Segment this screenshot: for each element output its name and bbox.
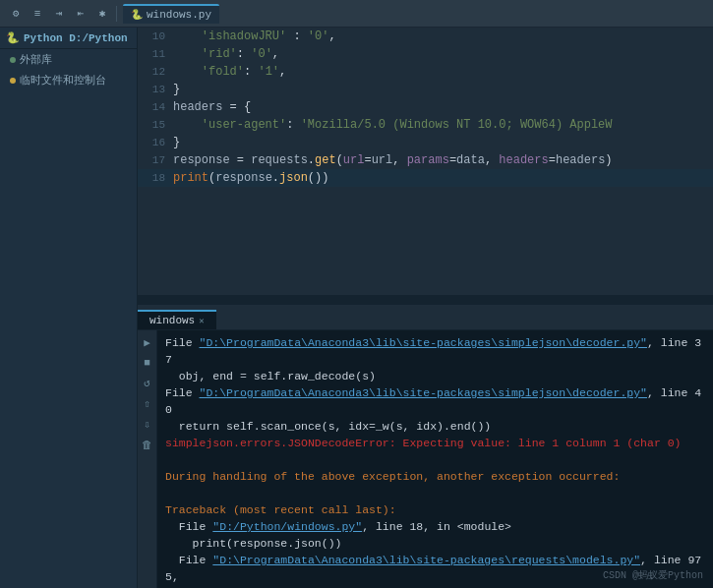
python-icon: 🐍 [6, 31, 20, 44]
code-line-12: 12 'fold': '1', [138, 63, 713, 81]
terminal-close-icon[interactable]: ✕ [199, 316, 204, 326]
code-line-11: 11 'rid': '0', [138, 45, 713, 63]
line-content-10[interactable]: 'ishadowJRU' : '0', [173, 28, 713, 45]
terminal-line-10: File "D:/Python/windows.py", line 18, in… [165, 518, 705, 535]
terminal-line-6 [165, 451, 705, 468]
terminal-line-3: File "D:\ProgramData\Anaconda3\lib\site-… [165, 384, 705, 418]
editor-scrollbar[interactable] [138, 295, 713, 303]
terminal-tab-label: windows [149, 315, 195, 326]
python-file-icon: 🐍 [131, 9, 143, 21]
line-num-10: 10 [138, 28, 173, 45]
terminal-toolbar: ▶ ■ ↺ ⇧ ⇩ 🗑 [138, 330, 157, 588]
traceback-link-4[interactable]: "D:\ProgramData\Anaconda3\lib\site-packa… [212, 554, 640, 566]
terminal-line-1: File "D:\ProgramData\Anaconda3\lib\site-… [165, 334, 705, 368]
terminal-line-9: Traceback (most recent call last): [165, 501, 705, 518]
code-line-13: 13 } [138, 81, 713, 98]
code-line-14: 14 headers = { [138, 98, 713, 116]
code-line-15: 15 'user-agent': 'Mozilla/5.0 (Windows N… [138, 116, 713, 134]
code-lines: 10 'ishadowJRU' : '0', 11 'rid': '0', 12… [138, 28, 713, 295]
file-tab[interactable]: 🐍 windows.py [123, 4, 219, 24]
line-num-15: 15 [138, 116, 173, 134]
dot-yellow-icon [10, 78, 16, 84]
line-content-15[interactable]: 'user-agent': 'Mozilla/5.0 (Windows NT 1… [173, 116, 713, 134]
terminal-line-4: return self.scan_once(s, idx=_w(s, idx).… [165, 418, 705, 435]
outdent-icon[interactable]: ⇤ [73, 6, 89, 22]
traceback-link-3[interactable]: "D:/Python/windows.py" [212, 520, 362, 533]
terminal-line-8 [165, 485, 705, 501]
line-content-17[interactable]: response = requests.get(url=url, params=… [173, 151, 713, 169]
toolbar: ⚙ ≡ ⇥ ⇤ ✱ 🐍 windows.py [0, 0, 713, 28]
terminal-content-row: ▶ ■ ↺ ⇧ ⇩ 🗑 File "D:\ProgramData\Anacond… [138, 330, 713, 588]
code-line-16: 16 } [138, 134, 713, 151]
separator [116, 6, 117, 22]
sidebar-item-external-libs[interactable]: 外部库 [0, 49, 137, 70]
indent-icon[interactable]: ⇥ [51, 6, 67, 22]
clear-icon[interactable]: 🗑 [140, 437, 154, 453]
line-content-13[interactable]: } [173, 81, 713, 98]
terminal-line-2: obj, end = self.raw_decode(s) [165, 368, 705, 384]
line-num-12: 12 [138, 63, 173, 81]
sidebar-header: 🐍 Python D:/Python [0, 28, 137, 49]
tab-label: windows.py [147, 9, 211, 21]
terminal-area: windows ✕ ▶ ■ ↺ ⇧ ⇩ 🗑 File "D:\ProgramDa… [138, 303, 713, 588]
sidebar-item-temp-console[interactable]: 临时文件和控制台 [0, 70, 137, 90]
line-content-18[interactable]: print(response.json()) [173, 169, 713, 187]
line-num-18: 18 [138, 169, 173, 187]
stop-icon[interactable]: ■ [142, 355, 152, 371]
terminal-line-11: print(response.json()) [165, 535, 705, 552]
line-num-13: 13 [138, 81, 173, 98]
sidebar: 🐍 Python D:/Python 外部库 临时文件和控制台 [0, 28, 138, 588]
rerun-icon[interactable]: ↺ [142, 375, 152, 391]
code-line-18: 18 print(response.json()) [138, 169, 713, 187]
list-icon[interactable]: ≡ [30, 6, 45, 22]
line-num-11: 11 [138, 45, 173, 63]
code-line-17: 17 response = requests.get(url=url, para… [138, 151, 713, 169]
line-num-17: 17 [138, 151, 173, 169]
line-content-11[interactable]: 'rid': '0', [173, 45, 713, 63]
gear2-icon[interactable]: ✱ [94, 6, 110, 22]
code-editor: 10 'ishadowJRU' : '0', 11 'rid': '0', 12… [138, 28, 713, 303]
line-content-14[interactable]: headers = { [173, 98, 713, 116]
dot-icon [10, 57, 16, 63]
terminal-line-5: simplejson.errors.JSONDecodeError: Expec… [165, 435, 705, 451]
terminal-tab-windows[interactable]: windows ✕ [138, 310, 216, 329]
traceback-link-2[interactable]: "D:\ProgramData\Anaconda3\lib\site-packa… [200, 386, 647, 399]
sidebar-label-temp: 临时文件和控制台 [20, 73, 106, 88]
scroll-bottom-icon[interactable]: ⇩ [142, 416, 152, 433]
terminal-output: File "D:\ProgramData\Anaconda3\lib\site-… [157, 330, 713, 588]
sidebar-title: Python D:/Python [24, 32, 128, 44]
settings-icon[interactable]: ⚙ [8, 6, 24, 22]
traceback-link-1[interactable]: "D:\ProgramData\Anaconda3\lib\site-packa… [200, 336, 647, 349]
scroll-top-icon[interactable]: ⇧ [142, 395, 152, 412]
line-num-16: 16 [138, 134, 173, 151]
terminal-tabs: windows ✕ [138, 305, 713, 330]
watermark: CSDN @蚂蚁爱Python [603, 568, 703, 582]
run-icon[interactable]: ▶ [142, 334, 152, 351]
code-line-10: 10 'ishadowJRU' : '0', [138, 28, 713, 45]
sidebar-label-ext: 外部库 [20, 52, 52, 67]
editor-area: 10 'ishadowJRU' : '0', 11 'rid': '0', 12… [138, 28, 713, 588]
line-num-14: 14 [138, 98, 173, 116]
terminal-line-7: During handling of the above exception, … [165, 468, 705, 485]
line-content-16[interactable]: } [173, 134, 713, 151]
main-layout: 🐍 Python D:/Python 外部库 临时文件和控制台 10 'isha… [0, 28, 713, 588]
line-content-12[interactable]: 'fold': '1', [173, 63, 713, 81]
